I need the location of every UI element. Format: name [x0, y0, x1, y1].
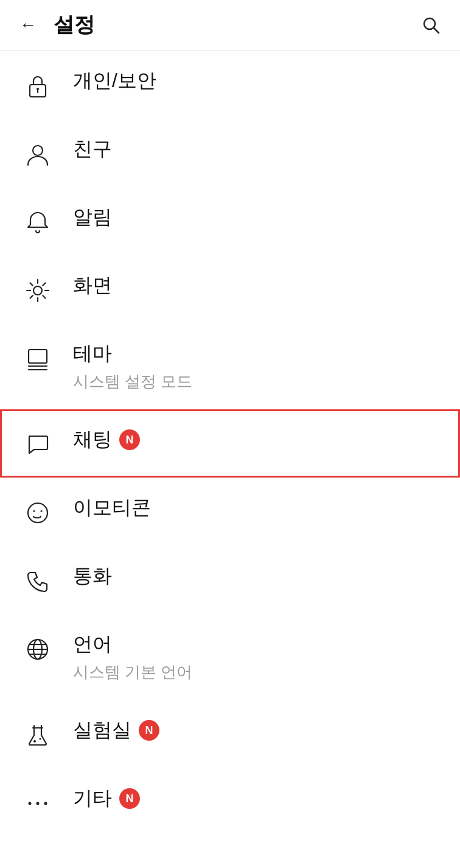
svg-line-1	[434, 28, 439, 33]
more-icon	[22, 788, 54, 819]
menu-text-privacy: 개인/보안	[73, 68, 438, 94]
globe-icon	[22, 633, 54, 665]
header-left: ← 설정	[17, 11, 95, 39]
menu-label-theme: 테마	[73, 340, 438, 367]
menu-label-lab: 실험실 N	[73, 717, 438, 744]
svg-point-5	[33, 146, 43, 155]
flask-icon	[22, 719, 54, 751]
back-icon: ←	[19, 15, 37, 35]
svg-point-20	[41, 510, 43, 512]
menu-text-language: 언어 시스템 기본 언어	[73, 631, 438, 683]
chat-badge: N	[119, 429, 140, 450]
menu-list: 개인/보안 친구 알림	[0, 51, 460, 868]
other-badge: N	[119, 788, 140, 809]
menu-text-screen: 화면	[73, 272, 438, 299]
menu-item-screen[interactable]: 화면	[0, 255, 460, 323]
phone-icon	[22, 565, 54, 597]
svg-point-18	[28, 503, 47, 523]
lab-badge: N	[139, 720, 159, 741]
svg-line-13	[30, 295, 33, 298]
menu-text-theme: 테마 시스템 설정 모드	[73, 340, 438, 392]
menu-text-other: 기타 N	[73, 785, 438, 812]
svg-point-28	[37, 802, 40, 805]
menu-item-chat[interactable]: 채팅 N	[0, 409, 460, 478]
menu-sublabel-theme: 시스템 설정 모드	[73, 371, 438, 392]
menu-item-privacy[interactable]: 개인/보안	[0, 51, 460, 119]
svg-point-26	[40, 738, 41, 740]
person-icon	[22, 138, 54, 170]
svg-point-29	[44, 802, 47, 805]
menu-item-theme[interactable]: 테마 시스템 설정 모드	[0, 323, 460, 409]
menu-label-privacy: 개인/보안	[73, 68, 438, 94]
menu-text-notifications: 알림	[73, 204, 438, 231]
phone-container: ← 설정 개인/보안	[0, 0, 460, 868]
search-button[interactable]	[419, 13, 443, 37]
menu-item-friends[interactable]: 친구	[0, 119, 460, 187]
svg-point-25	[33, 740, 36, 743]
lock-icon	[22, 70, 54, 102]
menu-label-language: 언어	[73, 631, 438, 658]
menu-item-emoticon[interactable]: 이모티콘	[0, 478, 460, 546]
palette-icon	[22, 343, 54, 375]
menu-label-friends: 친구	[73, 136, 438, 163]
menu-item-notifications[interactable]: 알림	[0, 187, 460, 255]
menu-sublabel-language: 시스템 기본 언어	[73, 662, 438, 683]
menu-text-friends: 친구	[73, 136, 438, 163]
svg-point-6	[33, 286, 42, 295]
menu-item-call[interactable]: 통화	[0, 546, 460, 614]
svg-line-11	[30, 283, 33, 286]
menu-item-other[interactable]: 기타 N	[0, 768, 460, 836]
menu-text-lab: 실험실 N	[73, 717, 438, 744]
menu-label-notifications: 알림	[73, 204, 438, 231]
header: ← 설정	[0, 0, 460, 51]
menu-text-call: 통화	[73, 563, 438, 590]
svg-line-12	[43, 295, 45, 298]
page-title: 설정	[54, 11, 95, 39]
menu-label-emoticon: 이모티콘	[73, 495, 438, 521]
search-icon	[421, 15, 441, 35]
svg-point-27	[29, 802, 32, 805]
sun-icon	[22, 275, 54, 306]
menu-label-chat: 채팅 N	[73, 426, 438, 453]
menu-label-call: 통화	[73, 563, 438, 590]
menu-label-other: 기타 N	[73, 785, 438, 812]
menu-text-emoticon: 이모티콘	[73, 495, 438, 521]
svg-line-14	[43, 283, 45, 286]
menu-item-lab[interactable]: 실험실 N	[0, 700, 460, 768]
menu-text-chat: 채팅 N	[73, 426, 438, 453]
bell-icon	[22, 206, 54, 238]
menu-item-language[interactable]: 언어 시스템 기본 언어	[0, 614, 460, 700]
emoticon-icon	[22, 497, 54, 529]
menu-label-screen: 화면	[73, 272, 438, 299]
svg-point-4	[37, 88, 39, 90]
chat-icon	[22, 429, 54, 460]
svg-point-19	[33, 510, 35, 512]
svg-rect-15	[29, 350, 47, 363]
back-button[interactable]: ←	[17, 13, 39, 37]
